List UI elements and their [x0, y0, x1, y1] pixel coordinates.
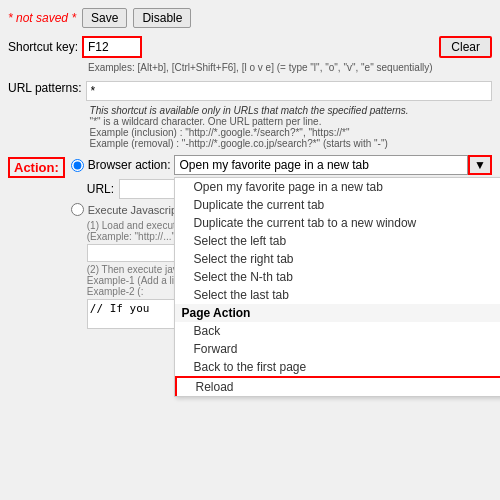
- load-execute-example: (Example: "http://..."): [87, 231, 179, 242]
- disable-button[interactable]: Disable: [133, 8, 191, 28]
- url-example-inclusion: Example (inclusion) : "http://*.google.*…: [90, 127, 492, 138]
- url-note: This shortcut is available only in URLs …: [90, 105, 492, 116]
- menu-item-duplicate-current[interactable]: Duplicate the current tab: [175, 196, 500, 214]
- url-patterns-section: URL patterns: This shortcut is available…: [8, 81, 492, 149]
- action-content: Browser action: Open my favorite page in…: [71, 155, 492, 332]
- menu-item-select-nth[interactable]: Select the N-th tab: [175, 268, 500, 286]
- top-bar: * not saved * Save Disable: [8, 8, 492, 28]
- menu-item-select-right[interactable]: Select the right tab: [175, 250, 500, 268]
- shortcut-examples: Examples: [Alt+b], [Ctrl+Shift+F6], [l o…: [88, 62, 492, 73]
- menu-item-reload[interactable]: Reload: [175, 376, 500, 397]
- browser-action-row: Browser action: Open my favorite page in…: [71, 155, 492, 175]
- menu-item-select-left[interactable]: Select the left tab: [175, 232, 500, 250]
- menu-item-select-last[interactable]: Select the last tab: [175, 286, 500, 304]
- url-patterns-label: URL patterns:: [8, 81, 82, 95]
- action-url-label: URL:: [87, 182, 115, 196]
- menu-item-forward[interactable]: Forward: [175, 340, 500, 358]
- main-container: * not saved * Save Disable Shortcut key:…: [0, 0, 500, 500]
- menu-item-back-first[interactable]: Back to the first page: [175, 358, 500, 376]
- url-wildcard: "*" is a wildcard character. One URL pat…: [90, 116, 492, 127]
- action-section: Action: Browser action: Open my favorite…: [8, 155, 492, 332]
- shortcut-row: Shortcut key: Clear: [8, 36, 492, 58]
- menu-item-duplicate-new-window[interactable]: Duplicate the current tab to a new windo…: [175, 214, 500, 232]
- shortcut-label: Shortcut key:: [8, 40, 78, 54]
- dropdown-arrow-button[interactable]: ▼: [468, 155, 492, 175]
- menu-item-open-favorite[interactable]: Open my favorite page in a new tab: [175, 178, 500, 196]
- save-button[interactable]: Save: [82, 8, 127, 28]
- url-patterns-input[interactable]: [86, 81, 492, 101]
- execute-js-label: Execute Javascrip...: [88, 204, 186, 216]
- menu-header-page-action: Page Action: [175, 304, 500, 322]
- url-example-removal: Example (removal) : "-http://*.google.co…: [90, 138, 492, 149]
- then-execute-example2: Example-2 (:: [87, 286, 144, 297]
- clear-button[interactable]: Clear: [439, 36, 492, 58]
- menu-item-back[interactable]: Back: [175, 322, 500, 340]
- browser-action-dropdown-wrapper: Open my favorite page in a new tab ▼ Ope…: [174, 155, 492, 175]
- dropdown-menu: Open my favorite page in a new tab Dupli…: [174, 177, 500, 397]
- not-saved-label: * not saved *: [8, 11, 76, 25]
- dropdown-display[interactable]: Open my favorite page in a new tab: [174, 155, 468, 175]
- shortcut-input[interactable]: [82, 36, 142, 58]
- browser-action-label: Browser action:: [88, 158, 171, 172]
- browser-action-radio[interactable]: [71, 159, 84, 172]
- action-label: Action:: [8, 157, 65, 178]
- execute-js-radio[interactable]: [71, 203, 84, 216]
